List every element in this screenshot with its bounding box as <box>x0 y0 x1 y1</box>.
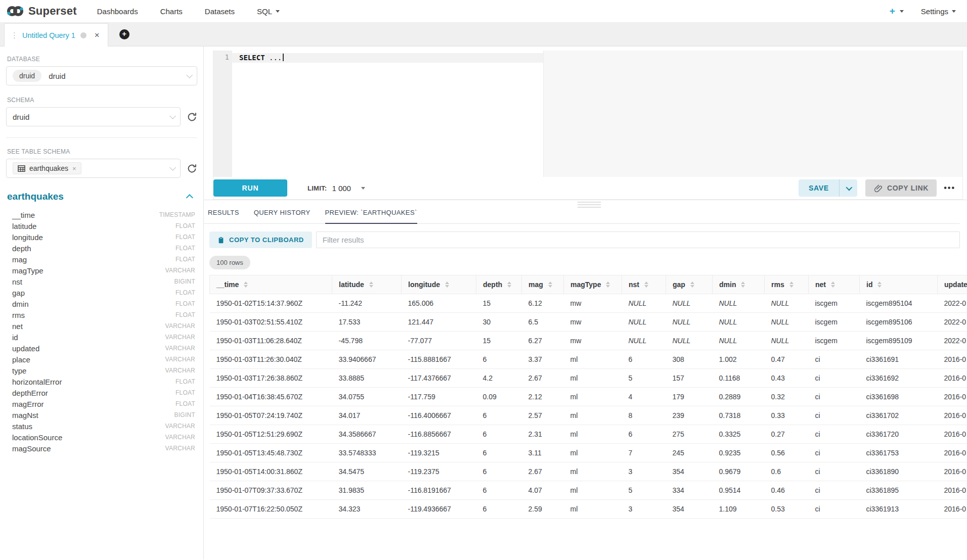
sort-icon[interactable] <box>644 282 648 288</box>
table-cell: 2016-0 <box>938 369 967 388</box>
column-header-id[interactable]: id <box>860 275 938 294</box>
refresh-tables-icon[interactable] <box>187 163 197 174</box>
database-label: DATABASE <box>7 56 197 63</box>
table-cell: 0.43 <box>765 369 809 388</box>
table-cell: 6 <box>476 425 522 444</box>
table-cell: 6 <box>476 406 522 425</box>
table-cell: ci <box>809 425 860 444</box>
column-header-gap[interactable]: gap <box>666 275 713 294</box>
table-cell: 2016-0 <box>938 444 967 462</box>
table-cell: 30 <box>476 313 522 332</box>
table-cell: 6 <box>476 500 522 519</box>
table-cell: NULL <box>713 294 765 313</box>
editor-block: 1 SELECT ... RUN LIMIT: 1 000 <box>213 51 963 200</box>
new-query-tab-button[interactable]: + <box>119 29 129 39</box>
table-cell: 2016-0 <box>938 350 967 369</box>
nav-item-charts[interactable]: Charts <box>160 7 183 16</box>
column-name: dmin <box>12 300 29 308</box>
collapse-chevron-icon[interactable] <box>186 194 193 201</box>
column-header-mag[interactable]: mag <box>522 275 564 294</box>
table-row: 1950-01-03T17:26:38.860Z33.8885-117.4376… <box>210 369 967 388</box>
editor-gutter: 1 <box>213 51 232 177</box>
column-type: VARCHAR <box>165 367 195 374</box>
run-button[interactable]: RUN <box>213 179 287 197</box>
table-cell: 0.3325 <box>713 425 765 444</box>
table-cell: -116.8191667 <box>402 481 476 500</box>
nav-item-dashboards[interactable]: Dashboards <box>97 7 138 16</box>
column-header-dmin[interactable]: dmin <box>713 275 765 294</box>
brand[interactable]: Superset <box>6 5 77 18</box>
sort-icon[interactable] <box>507 282 511 288</box>
column-type: FLOAT <box>175 222 195 229</box>
filter-results-input[interactable] <box>316 231 960 248</box>
table-cell: NULL <box>666 294 713 313</box>
table-row: 1950-01-05T12:51:29.690Z34.3586667-116.8… <box>210 425 967 444</box>
refresh-schema-icon[interactable] <box>187 112 197 122</box>
save-button[interactable]: SAVE <box>799 184 839 192</box>
sort-icon[interactable] <box>369 282 373 288</box>
resize-handle[interactable] <box>578 202 601 209</box>
limit-dropdown[interactable]: LIMIT: 1 000 <box>307 184 365 193</box>
sort-icon[interactable] <box>606 282 610 288</box>
results-table-wrap: __timelatitudelongitudedepthmagmagTypens… <box>209 275 967 519</box>
table-cell: 4.07 <box>522 481 564 500</box>
header-label: longitude <box>408 281 440 289</box>
copy-to-clipboard-button[interactable]: COPY TO CLIPBOARD <box>209 231 312 248</box>
table-schema-select[interactable]: earthquakes × <box>6 159 181 178</box>
column-header-nst[interactable]: nst <box>622 275 666 294</box>
table-cell: 2016-0 <box>938 406 967 425</box>
column-header-depth[interactable]: depth <box>476 275 522 294</box>
tab-results[interactable]: RESULTS <box>208 209 239 223</box>
table-cell: mw <box>564 294 622 313</box>
column-header-magType[interactable]: magType <box>564 275 622 294</box>
tab-preview-earthquakes[interactable]: PREVIEW: `EARTHQUAKES` <box>325 209 417 224</box>
sort-icon[interactable] <box>690 282 694 288</box>
chevron-down-icon <box>846 184 852 191</box>
tab-query-history[interactable]: QUERY HISTORY <box>254 209 311 223</box>
database-select[interactable]: druid druid <box>6 66 197 85</box>
table-cell: 2022-0 <box>938 313 967 332</box>
sort-icon[interactable] <box>789 282 794 288</box>
table-cell: -45.798 <box>332 332 402 350</box>
sql-editor[interactable]: 1 SELECT ... <box>213 51 962 177</box>
sort-icon[interactable] <box>831 282 835 288</box>
header-label: latitude <box>339 281 364 289</box>
schema-select[interactable]: druid <box>6 107 181 126</box>
settings-menu[interactable]: Settings <box>921 7 956 16</box>
table-cell: ci <box>809 369 860 388</box>
sort-icon[interactable] <box>244 282 248 288</box>
table-cell: 6 <box>622 350 666 369</box>
table-cell: 2016-0 <box>938 388 967 406</box>
column-header-longitude[interactable]: longitude <box>402 275 476 294</box>
table-cell: 334 <box>666 481 713 500</box>
column-header-time[interactable]: __time <box>210 275 332 294</box>
close-icon[interactable]: × <box>95 31 100 39</box>
table-cell: 0.9514 <box>713 481 765 500</box>
link-icon <box>873 183 883 193</box>
column-header-updated[interactable]: updated <box>938 275 967 294</box>
table-cell: ci <box>809 444 860 462</box>
save-menu-button[interactable] <box>840 183 857 193</box>
table-cell: NULL <box>666 313 713 332</box>
more-options-button[interactable]: ••• <box>944 183 955 193</box>
schema-column-row: horizontalErrorFLOAT <box>6 376 197 387</box>
query-state-dot <box>80 32 86 38</box>
query-tab-active[interactable]: ⋮ Untitled Query 1 × <box>4 23 108 46</box>
nav-item-sql[interactable]: SQL <box>257 7 280 16</box>
column-header-rms[interactable]: rms <box>765 275 809 294</box>
copy-link-button[interactable]: COPY LINK <box>865 179 937 197</box>
sort-icon[interactable] <box>877 282 882 288</box>
remove-table-icon[interactable]: × <box>72 165 76 172</box>
sort-icon[interactable] <box>445 282 449 288</box>
brand-name: Superset <box>28 5 77 18</box>
sort-icon[interactable] <box>741 282 745 288</box>
table-cell: 165.006 <box>402 294 476 313</box>
schema-column-row: magErrorFLOAT <box>6 398 197 409</box>
sort-icon[interactable] <box>548 282 552 288</box>
column-header-latitude[interactable]: latitude <box>332 275 402 294</box>
column-header-net[interactable]: net <box>809 275 860 294</box>
table-cell: iscgem895109 <box>860 332 938 350</box>
drag-handle-icon[interactable]: ⋮ <box>11 31 17 40</box>
new-item-button[interactable]: + <box>890 6 904 17</box>
nav-item-datasets[interactable]: Datasets <box>205 7 235 16</box>
